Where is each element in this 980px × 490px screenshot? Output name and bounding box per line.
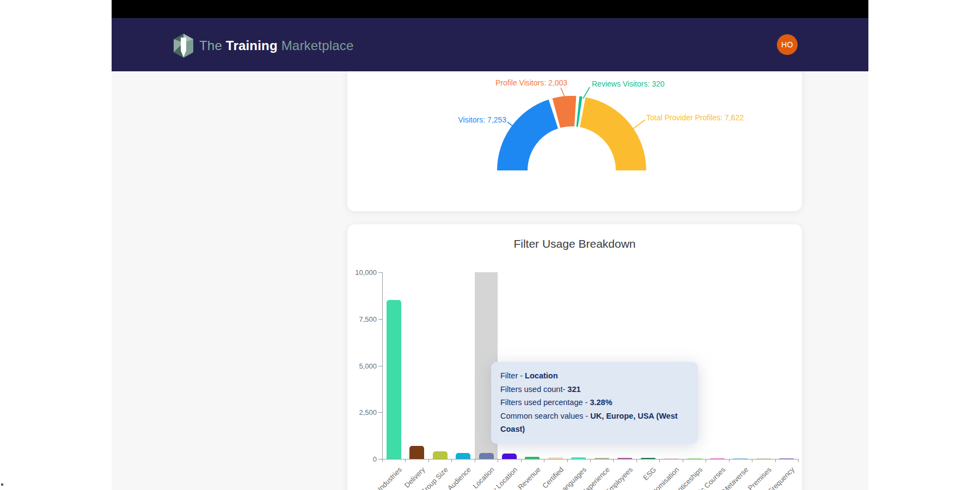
y-tick-label: 0	[348, 455, 377, 463]
tooltip-row-search-values: Common search values - UK, Europe, USA (…	[500, 409, 689, 436]
bar-apprenticeships[interactable]	[687, 458, 702, 459]
gauge-segment-visitors[interactable]	[497, 100, 558, 170]
x-axis-tick	[683, 459, 683, 462]
x-axis-tick	[706, 459, 706, 462]
tooltip-row-percentage: Filters used percentage - 3.28%	[500, 396, 689, 409]
gauge-leader-line	[583, 87, 590, 99]
gauge-label-visitors: Visitors: 7,253	[458, 115, 506, 124]
brand-word-training: Training	[226, 38, 278, 53]
user-avatar[interactable]: HO	[777, 34, 798, 55]
x-axis-tick	[428, 459, 429, 462]
bar-audience[interactable]	[456, 453, 470, 459]
tooltip-label: Filters used percentage -	[500, 398, 590, 407]
browser-top-bar	[112, 0, 868, 18]
y-axis-tick	[378, 412, 382, 413]
y-tick-label: 7,500	[348, 315, 377, 323]
gauge-label-reviews-visitors: Reviews Visitors: 320	[592, 79, 665, 88]
y-tick-label: 10,000	[348, 268, 377, 277]
tooltip-value: 3.28%	[590, 398, 612, 407]
tooltip-label: Filters used count-	[500, 385, 567, 394]
tooltip-value: Location	[525, 371, 558, 380]
gauge-label-total-provider-profiles: Total Provider Profiles: 7,622	[646, 113, 744, 122]
brand-word-the: The	[199, 38, 222, 53]
stray-dot	[1, 483, 3, 486]
bar-group-size[interactable]	[433, 451, 448, 459]
brand-wordmark: The Training Marketplace	[199, 38, 354, 53]
y-tick-label: 2,500	[348, 408, 377, 416]
y-axis-tick	[378, 319, 382, 320]
brand-word-marketplace: Marketplace	[281, 38, 354, 53]
tooltip-label: Filter -	[500, 371, 525, 380]
tooltip-row-count: Filters used count- 321	[500, 383, 689, 396]
x-tick-label-esg[interactable]: ESG	[641, 465, 658, 482]
x-axis-tick	[798, 459, 799, 462]
x-axis-tick	[544, 459, 544, 462]
bar-delivery[interactable]	[409, 446, 424, 459]
x-axis-tick	[475, 459, 475, 462]
bar-customisation[interactable]	[664, 458, 678, 459]
y-tick-label: 5,000	[348, 362, 377, 370]
y-axis-line	[382, 272, 383, 460]
gauge-label-profile-visitors: Profile Visitors: 2,003	[493, 78, 569, 87]
x-axis-tick	[567, 459, 568, 462]
x-axis-tick	[498, 459, 498, 462]
x-axis-tick	[405, 459, 406, 462]
x-axis-tick	[451, 459, 452, 462]
x-axis-tick	[752, 459, 752, 462]
bar-languages[interactable]	[571, 457, 586, 459]
bar-employees[interactable]	[617, 458, 632, 459]
y-axis-tick	[378, 459, 382, 460]
chart-tooltip: Filter - Location Filters used count- 32…	[491, 362, 698, 444]
bar-experience[interactable]	[595, 458, 609, 459]
tooltip-value: 321	[567, 385, 580, 394]
x-axis-tick	[636, 459, 637, 462]
gauge-segment-total-provider-profiles[interactable]	[580, 97, 646, 170]
x-tick-label-audience[interactable]: Audience	[446, 465, 473, 490]
tooltip-label: Common search values -	[500, 412, 590, 420]
bar-specific-courses[interactable]	[710, 458, 725, 459]
app-header: The Training Marketplace HO	[112, 18, 868, 71]
x-tick-label-industries[interactable]: Industries	[376, 465, 403, 490]
bar-esg[interactable]	[641, 458, 656, 459]
x-axis-tick	[590, 459, 591, 462]
visitors-gauge-card: Visitors: 7,253Profile Visitors: 2,003Re…	[347, 57, 802, 211]
bar-delivery-location[interactable]	[502, 454, 517, 459]
bar-frequency[interactable]	[779, 458, 794, 459]
bar-certified[interactable]	[548, 457, 563, 459]
tooltip-row-filter: Filter - Location	[500, 369, 689, 383]
x-axis-tick	[729, 459, 730, 462]
filter-usage-chart: 02,5005,0007,50010,000IndustriesDelivery…	[347, 224, 802, 490]
bar-premises[interactable]	[756, 458, 771, 459]
bar-revenue[interactable]	[525, 457, 540, 459]
y-axis-tick	[378, 366, 382, 366]
app-window: The Training Marketplace HO Visitors: 7,…	[112, 0, 868, 490]
x-axis-tick	[613, 459, 614, 462]
brand-logo[interactable]: The Training Marketplace	[173, 33, 354, 58]
bar-industries[interactable]	[387, 300, 401, 459]
y-axis-tick	[378, 272, 382, 273]
x-tick-label-revenue[interactable]: Revenue	[516, 465, 542, 490]
brand-hexagon-icon	[173, 33, 194, 58]
x-axis-tick	[775, 459, 776, 462]
gauge-leader-line	[561, 88, 565, 97]
filter-usage-card: Filter Usage Breakdown 02,5005,0007,5001…	[347, 224, 802, 490]
gauge-chart	[347, 57, 802, 211]
bar-metaverse[interactable]	[733, 458, 748, 459]
x-axis-tick	[659, 459, 660, 462]
gauge-leader-line	[633, 120, 645, 129]
x-axis-tick	[382, 459, 383, 462]
x-axis-tick	[521, 459, 522, 462]
